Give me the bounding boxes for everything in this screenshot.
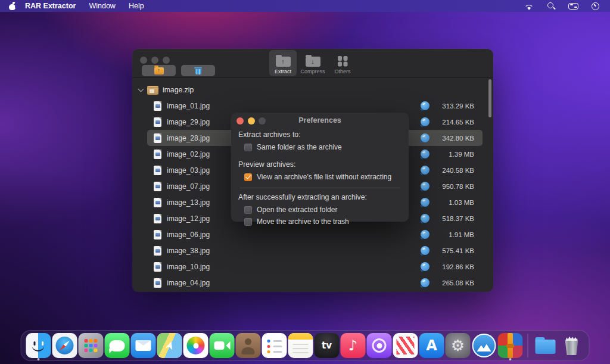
dock-launchpad[interactable] bbox=[79, 333, 104, 358]
jpg-file-icon bbox=[154, 150, 161, 159]
quicklook-icon[interactable] bbox=[421, 166, 430, 175]
section-divider bbox=[239, 188, 400, 188]
dock-photos[interactable] bbox=[183, 333, 208, 358]
checkbox-unchecked[interactable] bbox=[244, 206, 252, 214]
close-button[interactable] bbox=[236, 117, 244, 125]
orange-folder-up-icon: ↑ bbox=[154, 67, 164, 74]
grid-icon bbox=[338, 56, 348, 66]
dock-maps[interactable] bbox=[157, 333, 182, 358]
prefs-section-heading: Extract archives to: bbox=[238, 130, 402, 140]
jpg-file-icon bbox=[154, 101, 161, 111]
file-size: 1.91 MB bbox=[435, 231, 474, 238]
dock-finder[interactable] bbox=[26, 333, 51, 358]
preferences-dialog: Preferences Extract archives to:Same fol… bbox=[231, 113, 409, 222]
apple-menu-icon[interactable] bbox=[8, 2, 16, 11]
file-size: 342.80 KB bbox=[435, 135, 474, 142]
search-icon[interactable] bbox=[547, 2, 555, 10]
minimize-button[interactable] bbox=[248, 117, 255, 125]
checkbox-unchecked[interactable] bbox=[244, 218, 252, 226]
file-row[interactable]: image_06.jpg1.91 MB bbox=[147, 226, 483, 242]
jpg-file-icon bbox=[154, 214, 161, 223]
file-size: 214.65 KB bbox=[435, 119, 474, 126]
quicklook-icon[interactable] bbox=[421, 262, 430, 271]
dock-reminders[interactable] bbox=[262, 333, 287, 358]
dock-safari[interactable] bbox=[52, 333, 77, 358]
dock-trash[interactable] bbox=[559, 333, 584, 358]
news-icon bbox=[393, 333, 418, 358]
file-row[interactable]: image_38.jpg575.41 KB bbox=[147, 242, 483, 259]
jpg-file-icon bbox=[154, 133, 161, 143]
close-button[interactable] bbox=[140, 57, 147, 64]
podcasts-icon bbox=[367, 333, 392, 358]
archive-row[interactable]: image.zip bbox=[139, 82, 483, 98]
segment-others[interactable]: Others bbox=[329, 50, 356, 76]
dock-music[interactable]: ♪ bbox=[341, 333, 366, 358]
file-size: 313.29 KB bbox=[435, 102, 474, 110]
zoom-button[interactable] bbox=[163, 57, 170, 64]
window-traffic-lights bbox=[140, 57, 170, 64]
dock-facetime[interactable] bbox=[210, 333, 235, 358]
dock-rar-extractor[interactable] bbox=[498, 333, 523, 358]
dock-blue-mountain-app[interactable] bbox=[472, 333, 497, 358]
reminders-icon bbox=[262, 333, 287, 358]
chevron-down-icon[interactable] bbox=[138, 86, 144, 92]
dock-tv[interactable]: tv bbox=[315, 333, 340, 358]
segment-compress[interactable]: ↓Compress bbox=[299, 50, 326, 76]
launchpad-icon bbox=[79, 333, 104, 358]
archive-name: image.zip bbox=[163, 86, 194, 94]
scrollbar-thumb[interactable] bbox=[488, 79, 491, 117]
quicklook-icon[interactable] bbox=[421, 246, 430, 255]
folder-up-icon: ↑ bbox=[276, 57, 291, 67]
control-center-icon[interactable] bbox=[568, 3, 578, 10]
trash-button[interactable] bbox=[181, 65, 215, 76]
file-size: 265.08 KB bbox=[435, 279, 474, 287]
dock-notes[interactable] bbox=[288, 333, 313, 358]
checkbox-unchecked[interactable] bbox=[244, 144, 252, 151]
file-size: 950.78 KB bbox=[435, 183, 474, 190]
quicklook-icon[interactable] bbox=[421, 117, 430, 126]
toolbar-segments: ↑Extract↓CompressOthers bbox=[269, 50, 356, 76]
quicklook-icon[interactable] bbox=[421, 182, 430, 191]
quicklook-icon[interactable] bbox=[421, 133, 430, 142]
quicklook-icon[interactable] bbox=[421, 278, 430, 287]
prefs-section-heading: After successfully extracting an archive… bbox=[238, 192, 402, 203]
jpg-file-icon bbox=[154, 278, 161, 288]
file-name: image_02.jpg bbox=[167, 150, 210, 158]
segment-extract[interactable]: ↑Extract bbox=[269, 50, 297, 76]
dock-app-store[interactable]: A bbox=[419, 333, 444, 358]
extract-to-folder-button[interactable]: ↑ bbox=[142, 65, 176, 76]
segment-label: Others bbox=[334, 69, 350, 74]
checkbox-label: Open the extracted folder bbox=[257, 206, 337, 214]
file-row[interactable]: image_10.jpg192.86 KB bbox=[147, 259, 483, 275]
dock-downloads[interactable] bbox=[533, 333, 558, 358]
dock: tv♪A⚙ bbox=[21, 330, 590, 361]
jpg-file-icon bbox=[154, 182, 161, 191]
dock-messages[interactable] bbox=[105, 333, 130, 358]
file-row[interactable]: image_01.jpg313.29 KB bbox=[147, 98, 483, 114]
checkbox-checked[interactable] bbox=[244, 173, 252, 181]
file-size: 192.86 KB bbox=[435, 263, 474, 270]
jpg-file-icon bbox=[154, 262, 161, 272]
app-menu-title[interactable]: RAR Extractor bbox=[25, 2, 76, 10]
quicklook-icon[interactable] bbox=[421, 198, 430, 207]
quicklook-icon[interactable] bbox=[421, 230, 430, 239]
clock-icon[interactable] bbox=[592, 2, 599, 10]
dock-mail[interactable] bbox=[131, 333, 156, 358]
file-name: image_38.jpg bbox=[167, 247, 210, 255]
wifi-icon[interactable] bbox=[524, 2, 534, 10]
dock-contacts[interactable] bbox=[236, 333, 261, 358]
minimize-button[interactable] bbox=[151, 57, 158, 64]
file-row[interactable]: image_04.jpg265.08 KB bbox=[147, 275, 483, 291]
checkbox-label: Move the archive to the trash bbox=[257, 217, 349, 226]
menu-help[interactable]: Help bbox=[129, 2, 144, 10]
quicklook-icon[interactable] bbox=[421, 214, 430, 223]
quicklook-icon[interactable] bbox=[421, 150, 430, 158]
preferences-titlebar: Preferences bbox=[231, 113, 409, 127]
jpg-file-icon bbox=[154, 166, 161, 175]
desktop-wallpaper: RAR Extractor Window Help ↑ bbox=[0, 0, 610, 364]
dock-system-preferences[interactable]: ⚙ bbox=[446, 333, 471, 358]
quicklook-icon[interactable] bbox=[421, 101, 430, 110]
dock-news[interactable] bbox=[393, 333, 418, 358]
dock-podcasts[interactable] bbox=[367, 333, 392, 358]
menu-window[interactable]: Window bbox=[89, 2, 115, 10]
